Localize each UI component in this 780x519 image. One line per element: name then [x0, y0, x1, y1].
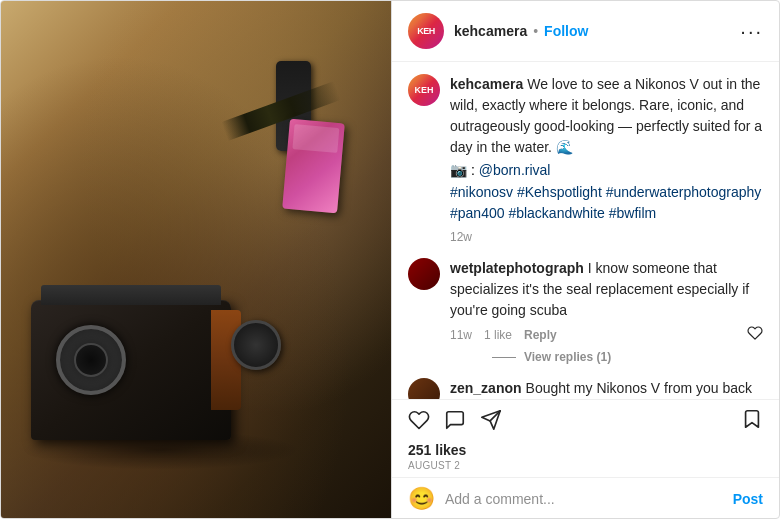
comment-text-1: wetplatephotographI know someone that sp… — [450, 258, 763, 321]
account-avatar[interactable]: KEH — [408, 13, 444, 49]
commenter-username-1[interactable]: wetplatephotograph — [450, 260, 584, 276]
post-caption-block: KEH kehcameraWe love to see a Nikonos V … — [408, 74, 763, 244]
comment-item: wetplatephotographI know someone that sp… — [408, 258, 763, 364]
comment-body-2: zen_zanonBought my Nikonos V from you ba… — [450, 378, 763, 399]
caption-content: kehcameraWe love to see a Nikonos V out … — [450, 74, 763, 244]
add-comment-bar: 😊 Post — [392, 477, 779, 519]
caption-hashtags[interactable]: #nikonosv #Kehspotlight #underwaterphoto… — [450, 182, 763, 224]
share-icon — [480, 409, 502, 431]
header-username[interactable]: kehcamera — [454, 23, 527, 39]
comment-likes-1: 1 like — [484, 328, 512, 342]
commenter-avatar-2[interactable] — [408, 378, 440, 399]
caption-avatar[interactable]: KEH — [408, 74, 440, 106]
view-replies-label-1: View replies (1) — [524, 350, 611, 364]
more-options-button[interactable]: ··· — [740, 21, 763, 41]
comment-body-1: wetplatephotographI know someone that sp… — [450, 258, 763, 364]
action-bar: 251 likes August 2 — [392, 399, 779, 477]
post-content-panel: KEH kehcamera • Follow ··· KEH kehcamera… — [391, 1, 779, 519]
replies-line — [492, 357, 516, 358]
emoji-picker-button[interactable]: 😊 — [408, 486, 435, 512]
film-box-graphic — [282, 119, 345, 213]
comment-meta-1: 11w 1 like Reply — [450, 325, 763, 344]
comment-text-2: zen_zanonBought my Nikonos V from you ba… — [450, 378, 763, 399]
comment-input[interactable] — [445, 491, 723, 507]
comment-icon — [444, 409, 466, 431]
view-replies-1[interactable]: View replies (1) — [492, 350, 763, 364]
avatar-initials: KEH — [417, 26, 435, 36]
camera-graphic — [31, 300, 231, 440]
credit-label: 📷 : — [450, 162, 475, 178]
action-icons-row — [408, 408, 763, 436]
lens-cap-graphic — [231, 320, 281, 370]
commenter-avatar-1[interactable] — [408, 258, 440, 290]
comment-item-2: zen_zanonBought my Nikonos V from you ba… — [408, 378, 763, 399]
post-comment-button[interactable]: Post — [733, 491, 763, 507]
caption-credit: 📷 : @born.rival — [450, 162, 763, 178]
post-date: August 2 — [408, 460, 763, 471]
comment-like-icon-1[interactable] — [747, 325, 763, 344]
likes-count: 251 likes — [408, 442, 763, 458]
credit-mention[interactable]: @born.rival — [479, 162, 551, 178]
caption-emoji: 🌊 — [556, 139, 573, 155]
post-header: KEH kehcamera • Follow ··· — [392, 1, 779, 62]
comment-time-1: 11w — [450, 328, 472, 342]
bookmark-icon — [741, 408, 763, 430]
like-button[interactable] — [408, 409, 430, 435]
heart-icon — [408, 409, 430, 431]
comment-button[interactable] — [444, 409, 466, 435]
caption-username[interactable]: kehcamera — [450, 76, 523, 92]
follow-button[interactable]: Follow — [544, 23, 588, 39]
post-image — [1, 1, 391, 519]
bookmark-button[interactable] — [741, 408, 763, 436]
caption-time: 12w — [450, 230, 763, 244]
caption-avatar-text: KEH — [414, 85, 433, 95]
header-dot: • — [533, 23, 538, 39]
comment-reply-button-1[interactable]: Reply — [524, 328, 557, 342]
share-button[interactable] — [480, 409, 502, 435]
caption-text: kehcameraWe love to see a Nikonos V out … — [450, 74, 763, 158]
commenter-username-2[interactable]: zen_zanon — [450, 380, 522, 396]
comments-area: KEH kehcameraWe love to see a Nikonos V … — [392, 62, 779, 399]
